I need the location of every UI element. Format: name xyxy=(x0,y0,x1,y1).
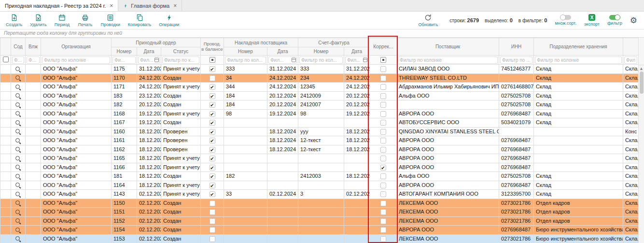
magnifier-icon[interactable] xyxy=(15,75,21,81)
correction-checkbox[interactable] xyxy=(380,138,386,143)
table-row[interactable]: ООО "Альфа" 182 20.12.2024 Создан ✔ 184 … xyxy=(0,100,639,110)
calendar-icon[interactable] xyxy=(154,58,159,62)
correction-checkbox[interactable] xyxy=(380,183,386,188)
operations-button[interactable]: Операции xyxy=(155,13,183,28)
row-select-cell[interactable] xyxy=(0,136,11,145)
row-open-cell[interactable] xyxy=(11,208,26,217)
correction-checkbox[interactable] xyxy=(380,129,386,135)
posted-checkbox[interactable] xyxy=(210,209,215,215)
settings-gear-icon[interactable]: ⚙ xyxy=(630,16,637,25)
table-row[interactable]: ООО "Альфа" 1150 02.12.2024 Создан ЛЕКСЕ… xyxy=(0,199,639,208)
correction-checkbox[interactable] xyxy=(380,191,386,197)
magnifier-icon[interactable] xyxy=(15,173,21,180)
posted-checkbox[interactable]: ✔ xyxy=(210,120,215,126)
magnifier-icon[interactable] xyxy=(15,227,21,233)
col-vlj[interactable]: Влж xyxy=(26,38,41,56)
correction-checkbox[interactable] xyxy=(380,218,386,224)
correction-checkbox[interactable] xyxy=(380,93,386,99)
row-select-cell[interactable] xyxy=(0,163,11,172)
correction-checkbox[interactable] xyxy=(380,147,386,153)
refresh-button[interactable]: Обновить xyxy=(415,13,442,28)
tab-register[interactable]: Приходная накладная - Реестр за 2024 г. … xyxy=(0,0,118,11)
table-row[interactable]: ООО "Альфа" 183 23.12.2024 Создан ✔ 184 … xyxy=(0,91,639,100)
posted-checkbox[interactable]: ✔ xyxy=(210,147,215,153)
create-button[interactable]: Создать xyxy=(2,13,26,28)
col-order-status[interactable]: Статус xyxy=(161,47,201,56)
posted-checkbox[interactable]: ✔ xyxy=(210,93,215,99)
filter-toggle[interactable]: фильтр xyxy=(607,15,622,26)
filter-status[interactable] xyxy=(162,57,199,64)
col-division[interactable]: Подразделение хранения xyxy=(534,38,623,56)
export-button[interactable]: X экспорт xyxy=(584,14,600,27)
close-icon[interactable]: × xyxy=(110,3,113,9)
col-inn[interactable]: ИНН xyxy=(499,38,534,56)
posted-checkbox[interactable]: ✔ xyxy=(210,84,215,90)
row-open-cell[interactable] xyxy=(11,172,26,181)
table-row[interactable]: ООО "Альфа" 1171 24.12.2024 Принят к уче… xyxy=(0,83,639,92)
row-open-cell[interactable] xyxy=(11,145,26,154)
row-open-cell[interactable] xyxy=(11,216,26,226)
row-open-cell[interactable] xyxy=(11,163,26,172)
row-open-cell[interactable] xyxy=(11,83,26,92)
magnifier-icon[interactable] xyxy=(15,164,21,171)
correction-checkbox[interactable] xyxy=(380,111,386,117)
toggle-on-icon[interactable] xyxy=(609,15,620,20)
col-invoice-date[interactable]: Дата xyxy=(344,47,370,56)
magnifier-icon[interactable] xyxy=(15,200,21,206)
row-select-cell[interactable] xyxy=(0,65,11,74)
table-row[interactable]: ООО "Альфа" 1166 18.12.2024 Принят к уче… xyxy=(0,163,639,172)
table-row[interactable]: ООО "Альфа" 1175 31.12.2024 Принят к уче… xyxy=(0,65,639,74)
table-row[interactable]: ООО "Альфа" 1143 02.12.2024 Принят к уче… xyxy=(0,190,639,199)
row-select-cell[interactable] xyxy=(0,109,11,118)
copy-button[interactable]: Копировать xyxy=(124,13,155,28)
row-open-cell[interactable] xyxy=(11,127,26,136)
filter-supinv-number[interactable] xyxy=(225,57,266,64)
row-open-cell[interactable] xyxy=(11,190,26,199)
row-select-cell[interactable] xyxy=(0,154,11,163)
table-row[interactable]: ООО "Альфа" 181 18.12.2024 Создан ✔ 182 … xyxy=(0,172,639,181)
filter-division[interactable] xyxy=(535,57,622,64)
row-open-cell[interactable] xyxy=(11,154,26,163)
correction-checkbox[interactable] xyxy=(380,156,386,161)
table-row[interactable]: ООО "Альфа" 1160 18.12.2024 Проверен ✔ 1… xyxy=(0,127,639,136)
col-correction[interactable]: Коррек... xyxy=(370,38,397,56)
row-select-cell[interactable] xyxy=(0,216,11,226)
vertical-scrollbar[interactable]: ▲ xyxy=(638,38,644,243)
col-invoice-number[interactable]: Номер xyxy=(298,47,344,56)
filter-invoice-number[interactable] xyxy=(299,57,343,64)
col-supinv-number[interactable]: Номер xyxy=(224,47,267,56)
row-select-cell[interactable] xyxy=(0,118,11,128)
multisort-toggle[interactable]: множ.сорт. xyxy=(555,15,576,26)
row-select-cell[interactable] xyxy=(0,100,11,110)
correction-checkbox[interactable] xyxy=(380,236,386,242)
excel-icon[interactable]: X xyxy=(588,14,595,21)
tab-main-form[interactable]: Главная форма × xyxy=(118,0,182,11)
posted-checkbox[interactable]: ✔ xyxy=(210,156,215,161)
row-select-cell[interactable] xyxy=(0,83,11,92)
posted-checkbox[interactable]: ✔ xyxy=(210,191,215,197)
table-row[interactable]: ООО "Альфа" 1152 02.12.2024 Создан ЛЕКСЕ… xyxy=(0,216,639,226)
table-row[interactable]: ООО "Альфа" 1164 18.12.2024 Принят к уче… xyxy=(0,181,639,190)
filter-supplier[interactable] xyxy=(398,57,498,64)
table-row[interactable]: ООО "Альфа" 1168 19.12.2024 Принят к уче… xyxy=(0,109,639,118)
filter-inn[interactable] xyxy=(500,57,532,64)
magnifier-icon[interactable] xyxy=(15,138,21,144)
correction-checkbox[interactable] xyxy=(380,66,386,72)
table-row[interactable]: ООО "Альфа" 1161 18.12.2024 Проверен ✔ 1… xyxy=(0,136,639,145)
delete-button[interactable]: Удалить xyxy=(26,13,50,28)
magnifier-icon[interactable] xyxy=(15,120,21,126)
col-posted[interactable]: Провод.в балансе xyxy=(201,38,224,56)
correction-checkbox[interactable] xyxy=(380,173,386,179)
toggle-off-icon[interactable] xyxy=(560,15,571,20)
row-select-cell[interactable] xyxy=(0,226,11,235)
magnifier-icon[interactable] xyxy=(15,66,21,72)
print-button[interactable]: Печать xyxy=(74,13,97,28)
posted-checkbox[interactable]: ✔ xyxy=(210,129,215,135)
magnifier-icon[interactable] xyxy=(15,129,21,135)
correction-checkbox[interactable] xyxy=(380,102,386,108)
filter-organization[interactable] xyxy=(42,57,110,64)
close-icon[interactable]: × xyxy=(173,3,177,9)
magnifier-icon[interactable] xyxy=(15,146,21,153)
correction-filter-checkbox[interactable] xyxy=(380,57,386,63)
scroll-up-icon[interactable]: ▲ xyxy=(640,65,643,71)
